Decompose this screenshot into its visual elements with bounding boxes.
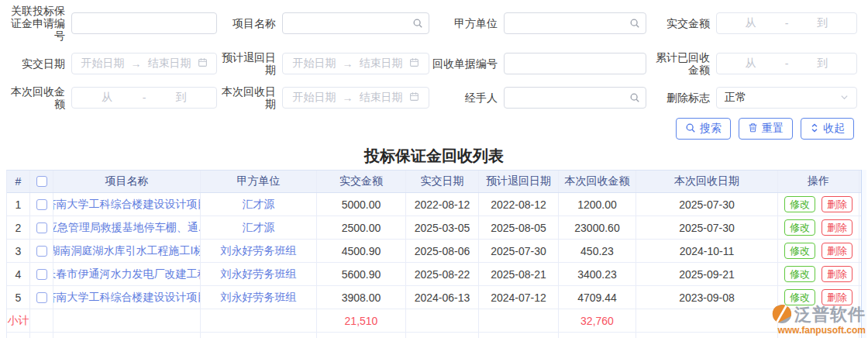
related-bid-no-input[interactable] xyxy=(71,12,217,34)
recovery-date-cell: 2023-09-08 xyxy=(636,286,778,309)
range-from-input[interactable]: 从 xyxy=(102,91,112,105)
paid-date-label: 实交日期 xyxy=(6,57,71,70)
party-a-unit-link[interactable]: 汇才源 xyxy=(201,216,317,239)
project-name-link[interactable]: 长春市伊通河水力发电厂改建工程 xyxy=(53,263,201,285)
paid-amount-cell: 3908.00 xyxy=(317,286,406,309)
end-date-input[interactable]: 结束日期 xyxy=(360,91,403,105)
delete-button[interactable]: 删除 xyxy=(822,266,852,282)
delete-button[interactable]: 删除 xyxy=(822,289,852,305)
row-number: 1 xyxy=(7,193,30,216)
end-date-input[interactable]: 结束日期 xyxy=(360,57,403,71)
recovery-amount-cell: 1200.00 xyxy=(559,193,636,216)
total-recovery-amount: 32760.50 xyxy=(559,333,636,338)
subtotal-label: 小计 xyxy=(7,309,30,332)
reset-button[interactable]: 重置 xyxy=(739,118,793,140)
search-button[interactable]: 搜索 xyxy=(676,118,731,140)
calendar-icon[interactable] xyxy=(198,57,208,70)
edit-button[interactable]: 修改 xyxy=(784,243,815,259)
project-name-input[interactable] xyxy=(282,12,429,34)
current-recovery-amount-label: 本次回收金额 xyxy=(6,85,71,110)
project-name-link[interactable]: 应急管理局救援基地停车棚、通... xyxy=(53,216,201,239)
end-date-input[interactable]: 结束日期 xyxy=(148,57,191,71)
expected-return-date-range-picker: 开始日期 → 结束日期 xyxy=(282,53,429,74)
party-a-unit-link[interactable]: 汇才源 xyxy=(201,193,317,216)
subtotal-row: 小计 21,510 32,760 xyxy=(7,309,861,333)
project-name-link[interactable]: 湖南洞庭湖水库引水工程施工I标 xyxy=(53,240,201,262)
delete-button[interactable]: 删除 xyxy=(822,219,852,236)
paid-amount-cell: 5000.00 xyxy=(317,193,406,216)
current-recovery-date-label: 本次回收日期 xyxy=(217,85,282,110)
recovery-doc-no-input[interactable] xyxy=(504,53,646,74)
recovery-amount-cell: 4709.44 xyxy=(559,286,636,309)
paid-amount-label: 实交金额 xyxy=(646,17,716,29)
row-number: 4 xyxy=(7,263,30,285)
range-to-input[interactable]: 到 xyxy=(817,16,828,30)
calendar-icon[interactable] xyxy=(409,57,419,70)
handler-input[interactable] xyxy=(504,87,646,109)
party-a-unit-link[interactable]: 刘永好劳务班组 xyxy=(201,286,317,309)
search-icon xyxy=(629,92,640,105)
party-a-unit-link[interactable]: 刘永好劳务班组 xyxy=(201,263,317,285)
delete-button[interactable]: 删除 xyxy=(822,196,852,212)
delete-flag-label: 删除标志 xyxy=(646,91,716,104)
project-name-link[interactable]: 济南大学工科综合楼建设设计项目 xyxy=(53,286,201,309)
range-to-input[interactable]: 到 xyxy=(817,57,828,71)
col-header-recovery-date: 本次回收日期 xyxy=(636,171,778,192)
edit-button[interactable]: 修改 xyxy=(784,196,815,212)
reset-button-label: 重置 xyxy=(762,122,784,136)
edit-button[interactable]: 修改 xyxy=(784,219,815,236)
delete-flag-select[interactable]: 正常 xyxy=(716,87,857,109)
calendar-icon[interactable] xyxy=(409,91,419,104)
row-number: 2 xyxy=(7,216,30,239)
col-header-checkbox xyxy=(30,171,53,192)
start-date-input[interactable]: 开始日期 xyxy=(293,57,336,71)
start-date-input[interactable]: 开始日期 xyxy=(81,57,125,71)
col-header-paid-amount: 实交金额 xyxy=(317,171,406,192)
delete-button[interactable]: 删除 xyxy=(822,243,852,259)
collapse-button-label: 收起 xyxy=(823,122,845,136)
table-body: # 项目名称 甲方单位 实交金额 实交日期 预计退回日期 本次回收金额 本次回收… xyxy=(6,170,861,338)
edit-button[interactable]: 修改 xyxy=(784,266,815,282)
collapse-arrows-icon xyxy=(810,122,819,135)
total-label: 合计 xyxy=(7,333,30,338)
table-row: 3 湖南洞庭湖水库引水工程施工I标 刘永好劳务班组 4500.90 2025-0… xyxy=(7,240,861,263)
range-dash: - xyxy=(785,57,789,70)
col-header-party: 甲方单位 xyxy=(201,171,317,192)
related-bid-no-label: 关联投标保证金申请编号 xyxy=(6,5,71,42)
search-icon xyxy=(685,122,696,136)
expected-return-date-cell: 2025-08-05 xyxy=(479,216,559,239)
current-recovery-date-range-picker: 开始日期 → 结束日期 xyxy=(282,87,429,109)
range-from-input[interactable]: 从 xyxy=(746,16,756,30)
party-a-unit-link[interactable]: 刘永好劳务班组 xyxy=(201,240,317,262)
expected-return-date-cell: 2024-07-12 xyxy=(479,286,559,309)
recovery-list-table: # 项目名称 甲方单位 实交金额 实交日期 预计退回日期 本次回收金额 本次回收… xyxy=(6,170,868,338)
range-to-input[interactable]: 到 xyxy=(176,91,187,105)
party-a-label: 甲方单位 xyxy=(429,17,504,29)
paid-date-cell: 2025-08-06 xyxy=(406,240,479,262)
party-a-input[interactable] xyxy=(504,12,646,34)
row-checkbox[interactable] xyxy=(36,222,47,233)
subtotal-paid-amount: 21,510 xyxy=(317,309,406,332)
paid-amount-cell: 2500.00 xyxy=(317,216,406,239)
range-dash: - xyxy=(785,17,789,29)
paid-date-cell: 2025-03-05 xyxy=(406,216,479,239)
collapse-button[interactable]: 收起 xyxy=(801,118,854,140)
delete-flag-value: 正常 xyxy=(725,91,746,105)
select-all-checkbox[interactable] xyxy=(36,176,47,187)
table-row: 2 应急管理局救援基地停车棚、通... 汇才源 2500.00 2025-03-… xyxy=(7,216,861,240)
range-from-input[interactable]: 从 xyxy=(746,57,756,71)
filter-toolbar: 搜索 重置 收起 xyxy=(6,110,862,140)
row-number: 3 xyxy=(7,240,30,262)
recovery-amount-cell: 450.23 xyxy=(559,240,636,262)
row-checkbox[interactable] xyxy=(36,292,47,303)
vertical-scrollbar[interactable] xyxy=(861,170,866,338)
row-checkbox[interactable] xyxy=(36,199,47,210)
row-checkbox[interactable] xyxy=(36,246,47,257)
subtotal-recovery-amount: 32,760 xyxy=(559,309,636,332)
project-name-link[interactable]: 济南大学工科综合楼建设设计项目 xyxy=(53,193,201,216)
range-dash: - xyxy=(143,91,146,104)
row-checkbox[interactable] xyxy=(36,269,47,280)
start-date-input[interactable]: 开始日期 xyxy=(293,91,336,105)
col-header-index: # xyxy=(7,171,30,192)
edit-button[interactable]: 修改 xyxy=(784,289,815,305)
